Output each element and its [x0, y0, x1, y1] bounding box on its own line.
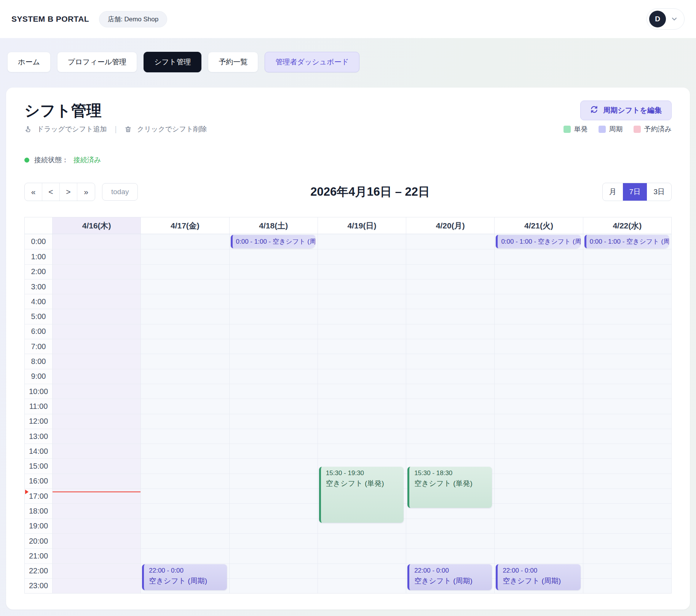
nav-tab-home[interactable]: ホーム [7, 52, 51, 72]
time-slot[interactable] [318, 414, 406, 429]
time-slot[interactable] [583, 458, 671, 473]
time-slot[interactable] [230, 578, 318, 593]
time-slot[interactable] [406, 519, 494, 533]
time-slot[interactable] [230, 414, 318, 429]
time-slot[interactable] [53, 234, 140, 249]
time-slot[interactable] [495, 474, 583, 488]
time-slot[interactable] [141, 458, 229, 473]
time-slot[interactable] [406, 548, 494, 563]
time-slot[interactable] [406, 279, 494, 294]
view-3day-button[interactable]: 3日 [647, 183, 671, 201]
time-slot[interactable] [406, 444, 494, 458]
time-slot[interactable] [141, 503, 229, 518]
time-slot[interactable] [583, 324, 671, 339]
time-slot[interactable] [141, 264, 229, 279]
shift-event[interactable]: 22:00 - 0:00空きシフト (周期) [142, 564, 227, 590]
time-slot[interactable] [406, 369, 494, 384]
time-slot[interactable] [318, 339, 406, 354]
edit-recurring-shift-button[interactable]: 周期シフトを編集 [580, 101, 672, 120]
time-slot[interactable] [230, 309, 318, 324]
time-slot[interactable] [53, 309, 140, 324]
nav-tab-shift[interactable]: シフト管理 [144, 52, 201, 72]
time-slot[interactable] [495, 369, 583, 384]
time-slot[interactable] [406, 354, 494, 369]
time-slot[interactable] [583, 548, 671, 563]
time-slot[interactable] [318, 384, 406, 399]
time-slot[interactable] [53, 488, 140, 503]
time-slot[interactable] [495, 519, 583, 533]
time-slot[interactable] [53, 369, 140, 384]
time-slot[interactable] [495, 503, 583, 518]
time-slot[interactable] [141, 369, 229, 384]
time-slot[interactable] [141, 399, 229, 413]
time-slot[interactable] [53, 519, 140, 533]
time-slot[interactable] [141, 279, 229, 294]
time-slot[interactable] [318, 563, 406, 578]
time-slot[interactable] [141, 339, 229, 354]
time-slot[interactable] [495, 414, 583, 429]
time-slot[interactable] [53, 414, 140, 429]
time-slot[interactable] [318, 294, 406, 309]
time-slot[interactable] [53, 533, 140, 548]
time-slot[interactable] [230, 458, 318, 473]
next-year-button[interactable]: » [77, 183, 95, 201]
time-slot[interactable] [53, 548, 140, 563]
time-slot[interactable] [495, 444, 583, 458]
time-slot[interactable] [583, 339, 671, 354]
time-slot[interactable] [406, 309, 494, 324]
day-column[interactable] [52, 234, 140, 593]
shift-event[interactable]: 22:00 - 0:00空きシフト (周期) [496, 564, 580, 590]
time-slot[interactable] [495, 339, 583, 354]
time-slot[interactable] [53, 339, 140, 354]
day-column[interactable]: 15:30 - 19:30空きシフト (単発) [318, 234, 406, 593]
user-menu[interactable]: D [647, 8, 685, 30]
time-slot[interactable] [406, 249, 494, 264]
time-slot[interactable] [230, 294, 318, 309]
time-slot[interactable] [230, 474, 318, 488]
time-slot[interactable] [583, 519, 671, 533]
time-slot[interactable] [583, 533, 671, 548]
time-slot[interactable] [406, 339, 494, 354]
time-slot[interactable] [406, 234, 494, 249]
time-slot[interactable] [53, 249, 140, 264]
time-slot[interactable] [230, 339, 318, 354]
next-button[interactable]: > [60, 183, 77, 201]
time-slot[interactable] [53, 384, 140, 399]
time-slot[interactable] [230, 563, 318, 578]
time-slot[interactable] [583, 414, 671, 429]
time-slot[interactable] [53, 324, 140, 339]
time-slot[interactable] [583, 503, 671, 518]
shift-event[interactable]: 15:30 - 18:30空きシフト (単発) [407, 467, 492, 508]
time-slot[interactable] [406, 324, 494, 339]
time-slot[interactable] [583, 279, 671, 294]
time-slot[interactable] [495, 354, 583, 369]
time-slot[interactable] [53, 578, 140, 593]
time-slot[interactable] [53, 503, 140, 518]
time-slot[interactable] [318, 533, 406, 548]
day-column[interactable]: 22:00 - 0:00空きシフト (周期) [140, 234, 229, 593]
time-slot[interactable] [318, 324, 406, 339]
view-month-button[interactable]: 月 [603, 183, 623, 201]
time-slot[interactable] [495, 279, 583, 294]
time-slot[interactable] [141, 309, 229, 324]
time-slot[interactable] [318, 369, 406, 384]
time-slot[interactable] [230, 324, 318, 339]
time-slot[interactable] [406, 399, 494, 413]
time-slot[interactable] [495, 488, 583, 503]
time-slot[interactable] [318, 548, 406, 563]
time-slot[interactable] [230, 384, 318, 399]
time-slot[interactable] [583, 429, 671, 444]
time-slot[interactable] [318, 399, 406, 413]
time-slot[interactable] [495, 264, 583, 279]
shift-event[interactable]: 0:00 - 1:00 - 空きシフト (周期) [496, 235, 580, 248]
time-slot[interactable] [230, 533, 318, 548]
time-slot[interactable] [141, 414, 229, 429]
time-slot[interactable] [141, 429, 229, 444]
time-slot[interactable] [141, 548, 229, 563]
time-slot[interactable] [406, 384, 494, 399]
time-slot[interactable] [53, 354, 140, 369]
time-slot[interactable] [141, 384, 229, 399]
time-slot[interactable] [141, 519, 229, 533]
time-slot[interactable] [141, 249, 229, 264]
time-slot[interactable] [141, 294, 229, 309]
